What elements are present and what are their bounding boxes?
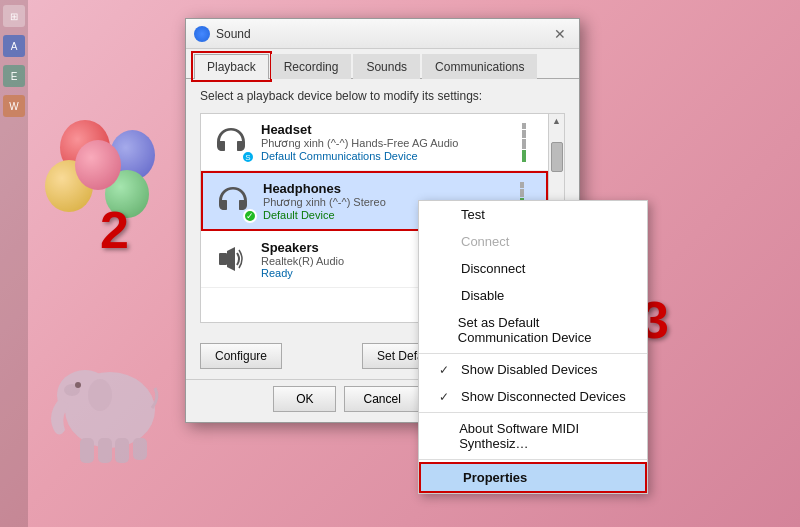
headphones-name: Headphones xyxy=(263,181,512,196)
sound-dialog-icon xyxy=(194,26,210,42)
svg-point-3 xyxy=(75,382,81,388)
headset-info: Headset Phương xinh (^-^) Hands-Free AG … xyxy=(261,122,514,162)
svg-rect-7 xyxy=(115,438,129,463)
ctx-properties[interactable]: Properties xyxy=(419,462,647,493)
ctx-show-disconnected[interactable]: ✓ Show Disconnected Devices xyxy=(419,383,647,410)
close-button[interactable]: ✕ xyxy=(549,23,571,45)
ctx-set-default-comm[interactable]: Set as Default Communication Device xyxy=(419,309,647,351)
ctx-show-disconnected-check: ✓ xyxy=(439,390,453,404)
ctx-properties-label: Properties xyxy=(463,470,527,485)
balloon-pink xyxy=(75,140,121,190)
ctx-separator-3 xyxy=(419,459,647,460)
headset-status: Default Communications Device xyxy=(261,150,514,162)
ok-button[interactable]: OK xyxy=(273,386,336,412)
tab-playback[interactable]: Playback xyxy=(194,54,269,79)
ctx-test-label: Test xyxy=(461,207,485,222)
tab-recording[interactable]: Recording xyxy=(271,54,352,79)
taskbar-icon-3: E xyxy=(3,65,25,87)
svg-rect-5 xyxy=(80,438,94,463)
ctx-connect[interactable]: Connect xyxy=(419,228,647,255)
step-number-2: 2 xyxy=(100,200,129,260)
cancel-button[interactable]: Cancel xyxy=(344,386,419,412)
ctx-show-disconnected-label: Show Disconnected Devices xyxy=(461,389,626,404)
ctx-about-midi[interactable]: About Software MIDI Synthesiz… xyxy=(419,415,647,457)
svg-rect-9 xyxy=(219,253,227,265)
svg-point-4 xyxy=(88,379,112,411)
context-menu: Test Connect Disconnect Disable Set as D… xyxy=(418,200,648,494)
ctx-connect-label: Connect xyxy=(461,234,509,249)
elephant-decoration xyxy=(40,320,170,470)
configure-button[interactable]: Configure xyxy=(200,343,282,369)
ctx-about-midi-label: About Software MIDI Synthesiz… xyxy=(459,421,627,451)
title-bar: Sound ✕ xyxy=(186,19,579,49)
ctx-show-disabled-label: Show Disabled Devices xyxy=(461,362,598,377)
dialog-title: Sound xyxy=(216,27,549,41)
scroll-thumb[interactable] xyxy=(551,142,563,172)
ctx-show-disabled[interactable]: ✓ Show Disabled Devices xyxy=(419,356,647,383)
desktop: ⊞ A E W 1 2 3 xyxy=(0,0,800,527)
taskbar-icon-1: ⊞ xyxy=(3,5,25,27)
dialog-description: Select a playback device below to modify… xyxy=(200,89,565,103)
speakers-icon xyxy=(211,239,251,279)
ctx-disconnect[interactable]: Disconnect xyxy=(419,255,647,282)
ctx-set-default-comm-label: Set as Default Communication Device xyxy=(458,315,627,345)
taskbar-icon-4: W xyxy=(3,95,25,117)
ctx-separator-2 xyxy=(419,412,647,413)
svg-rect-8 xyxy=(133,438,147,460)
headset-level-bars xyxy=(522,122,538,162)
taskbar-icon-2: A xyxy=(3,35,25,57)
skype-badge: S xyxy=(241,150,255,164)
ctx-show-disabled-check: ✓ xyxy=(439,363,453,377)
default-check-badge: ✓ xyxy=(243,209,257,223)
ctx-separator-1 xyxy=(419,353,647,354)
ctx-disable[interactable]: Disable xyxy=(419,282,647,309)
device-item-headset[interactable]: Headset Phương xinh (^-^) Hands-Free AG … xyxy=(201,114,548,171)
headset-sub: Phương xinh (^-^) Hands-Free AG Audio xyxy=(261,137,514,150)
ctx-disconnect-label: Disconnect xyxy=(461,261,525,276)
ctx-test[interactable]: Test xyxy=(419,201,647,228)
tab-communications[interactable]: Communications xyxy=(422,54,537,79)
tab-sounds[interactable]: Sounds xyxy=(353,54,420,79)
headset-name: Headset xyxy=(261,122,514,137)
taskbar-left: ⊞ A E W xyxy=(0,0,28,527)
ctx-disable-label: Disable xyxy=(461,288,504,303)
tab-bar: Playback Recording Sounds Communications xyxy=(186,49,579,79)
svg-rect-6 xyxy=(98,438,112,463)
